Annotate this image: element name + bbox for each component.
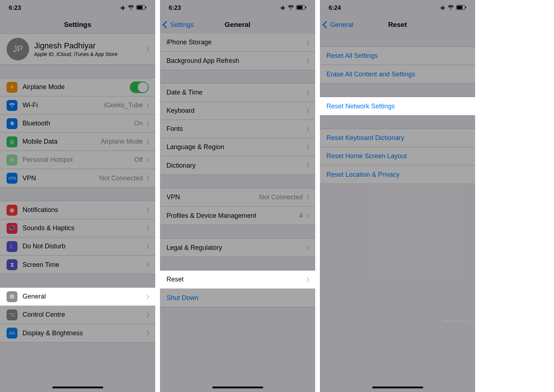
chevron-icon (304, 58, 309, 63)
display-row[interactable]: AA Display & Brightness (0, 324, 155, 342)
phone-general: 6:23 ✈︎ Settings General iPhone Storage … (160, 0, 315, 392)
notifications-row[interactable]: ◉ Notifications (0, 201, 155, 219)
chevron-icon (144, 262, 149, 267)
nav-bar: Settings General (160, 16, 315, 33)
svg-rect-5 (306, 7, 306, 8)
dnd-row[interactable]: ☾ Do Not Disturb (0, 237, 155, 256)
controlcentre-row[interactable]: ⌥ Control Centre (0, 306, 155, 324)
svg-rect-8 (466, 7, 466, 8)
svg-rect-7 (457, 6, 462, 9)
back-button[interactable]: General (324, 21, 353, 29)
sounds-row[interactable]: 🔊 Sounds & Haptics (0, 219, 155, 237)
chevron-icon (144, 225, 149, 231)
status-icons: ✈︎ (120, 4, 146, 12)
profiles-row[interactable]: Profiles & Device Management 4 (160, 207, 315, 225)
airplane-toggle[interactable] (130, 81, 149, 93)
chevron-icon (304, 245, 309, 250)
general-row[interactable]: ⚙ General (0, 288, 155, 306)
reset-location-row[interactable]: Reset Location & Privacy (320, 165, 475, 184)
screentime-row[interactable]: ⧗ Screen Time (0, 256, 155, 274)
iphonestorage-row[interactable]: iPhone Storage (160, 33, 315, 52)
vpn-row[interactable]: VPN Not Connected (160, 188, 315, 207)
profile-name: Jignesh Padhiyar (34, 41, 145, 51)
fonts-row[interactable]: Fonts (160, 120, 315, 138)
chevron-icon (144, 157, 149, 162)
phone-reset: 6:24 ✈︎ General Reset Reset All Settings… (320, 0, 475, 392)
chevron-left-icon (322, 21, 330, 28)
back-button[interactable]: Settings (164, 21, 194, 29)
airplane-row[interactable]: ✈︎ Airplane Mode (0, 78, 155, 96)
switches-icon: ⌥ (7, 309, 17, 320)
chevron-icon (144, 331, 149, 336)
page-title: General (225, 21, 250, 29)
bluetooth-row[interactable]: ✱ Bluetooth On (0, 115, 155, 133)
wifi-icon (447, 4, 454, 12)
airplane-icon: ✈︎ (280, 4, 285, 12)
airplane-icon: ✈︎ (7, 82, 17, 93)
page-title: Settings (64, 21, 91, 29)
status-bar: 6:23 ✈︎ (160, 0, 315, 16)
status-bar: 6:24 ✈︎ (320, 0, 475, 16)
reset-network-row[interactable]: Reset Network Settings (320, 97, 475, 115)
vpn-row[interactable]: VPN VPN Not Connected (0, 169, 155, 187)
airplane-icon: ✈︎ (440, 4, 445, 12)
svg-rect-2 (146, 7, 146, 8)
home-indicator[interactable] (52, 387, 103, 388)
legal-row[interactable]: Legal & Regulatory (160, 239, 315, 257)
mobiledata-row[interactable]: ψ Mobile Data Airplane Mode (0, 133, 155, 151)
battery-icon (296, 4, 306, 12)
home-indicator[interactable] (212, 387, 263, 388)
chevron-icon (304, 213, 309, 218)
wifi-icon (7, 100, 17, 111)
moon-icon: ☾ (7, 241, 17, 252)
hotspot-row[interactable]: ⊚ Personal Hotspot Off (0, 151, 155, 169)
nav-bar: Settings (0, 16, 155, 33)
antenna-icon: ψ (7, 136, 17, 147)
reset-home-row[interactable]: Reset Home Screen Layout (320, 147, 475, 165)
status-time: 6:23 (9, 4, 21, 12)
chevron-icon (144, 47, 149, 52)
chevron-icon (144, 139, 149, 144)
reset-keyboard-row[interactable]: Reset Keyboard Dictionary (320, 129, 475, 147)
battery-icon (136, 4, 146, 12)
chevron-icon (304, 277, 309, 282)
gear-icon: ⚙ (7, 291, 17, 302)
nav-bar: General Reset (320, 16, 475, 33)
erase-row[interactable]: Erase All Content and Settings (320, 65, 475, 83)
chevron-icon (144, 244, 149, 249)
chevron-icon (304, 126, 309, 131)
chevron-icon (144, 121, 149, 126)
watermark: www.deuaq.com (443, 319, 474, 323)
display-icon: AA (7, 328, 17, 339)
wifi-row[interactable]: Wi-Fi iGeeks_Tube (0, 96, 155, 115)
home-indicator[interactable] (372, 387, 423, 388)
wifi-icon (128, 4, 134, 12)
chevron-icon (144, 294, 149, 299)
profile-sub: Apple ID, iCloud, iTunes & App Store (34, 51, 145, 57)
keyboard-row[interactable]: Keyboard (160, 102, 315, 120)
phone-settings: 6:23 ✈︎ Settings JP Jignesh Padhiyar App… (0, 0, 155, 392)
reset-all-row[interactable]: Reset All Settings (320, 47, 475, 65)
bgrefresh-row[interactable]: Background App Refresh (160, 52, 315, 70)
chevron-icon (304, 90, 309, 95)
status-time: 6:23 (169, 4, 181, 12)
bluetooth-icon: ✱ (7, 118, 17, 129)
vpn-icon: VPN (7, 173, 17, 184)
svg-rect-1 (137, 6, 142, 9)
language-row[interactable]: Language & Region (160, 138, 315, 156)
hourglass-icon: ⧗ (7, 259, 17, 270)
shutdown-row[interactable]: Shut Down (160, 289, 315, 307)
battery-icon (456, 4, 466, 12)
chevron-icon (304, 195, 309, 200)
reset-row[interactable]: Reset (160, 271, 315, 289)
status-icons: ✈︎ (280, 4, 306, 12)
page-title: Reset (388, 21, 407, 29)
profile-row[interactable]: JP Jignesh Padhiyar Apple ID, iCloud, iT… (0, 34, 155, 64)
status-time: 6:24 (329, 4, 341, 12)
svg-rect-4 (297, 6, 302, 9)
avatar: JP (7, 38, 29, 60)
status-icons: ✈︎ (440, 4, 466, 12)
datetime-row[interactable]: Date & Time (160, 84, 315, 102)
dictionary-row[interactable]: Dictionary (160, 156, 315, 175)
chevron-icon (144, 312, 149, 317)
